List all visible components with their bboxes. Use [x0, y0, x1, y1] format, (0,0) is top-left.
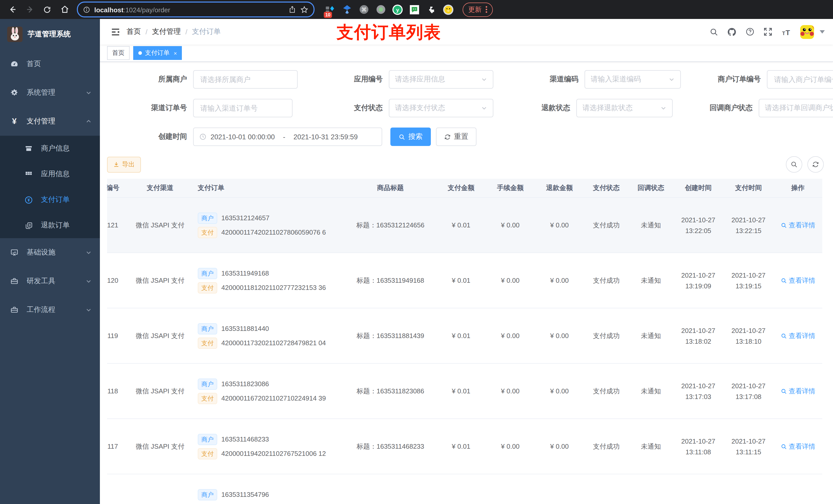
- browser-menu-icon[interactable]: [486, 6, 487, 13]
- site-info-icon[interactable]: [83, 6, 90, 13]
- pay-status: 支付成功: [584, 331, 628, 340]
- browser-reload-icon[interactable]: [40, 2, 54, 17]
- tab-home[interactable]: 首页: [107, 46, 129, 60]
- refund-status-select[interactable]: 请选择退款状态: [576, 99, 673, 117]
- sidebar-item-workflow[interactable]: 工作流程: [0, 295, 100, 324]
- notify-status-select[interactable]: 请选择订单回调商户状态: [759, 99, 833, 117]
- breadcrumb-payment[interactable]: 支付管理: [152, 27, 181, 37]
- sidebar-item-merchant-info[interactable]: 商户信息: [0, 136, 100, 161]
- sidebar-item-infrastructure[interactable]: 基础设施: [0, 238, 100, 267]
- create-time: 2021-10-2713:19:09: [673, 270, 723, 291]
- table-row[interactable]: 商户 1635311354796 支付 查看详情: [107, 474, 822, 504]
- channel-pay-no: 42000011942021102767521006 12: [221, 450, 326, 457]
- toggle-search-button[interactable]: [786, 156, 802, 173]
- create-time: 2021-10-2713:17:03: [673, 380, 723, 402]
- table-row[interactable]: 120 微信 JSAPI 支付 商户 1635311949168 支付 4200…: [107, 253, 822, 308]
- url-path: :1024/pay/order: [123, 6, 170, 14]
- share-icon[interactable]: [288, 6, 296, 13]
- browser-update-button[interactable]: 更新: [462, 2, 493, 17]
- extension-command-icon[interactable]: ⌘: [359, 4, 369, 15]
- extension-kite-icon[interactable]: [342, 4, 352, 15]
- view-detail-link[interactable]: 查看详情: [781, 442, 815, 451]
- pay-amount: ¥ 0.01: [436, 277, 486, 284]
- reset-button[interactable]: 重置: [436, 127, 476, 146]
- pay-tag: 支付: [198, 392, 217, 404]
- view-detail-link[interactable]: 查看详情: [781, 220, 815, 230]
- view-detail-link[interactable]: 查看详情: [781, 386, 815, 396]
- merchant-order-no: 1635311949168: [221, 269, 269, 277]
- chevron-up-icon: [86, 118, 92, 124]
- sidebar-fold-icon[interactable]: [106, 23, 124, 41]
- pay-status: 支付成功: [584, 442, 628, 451]
- search-button[interactable]: 搜索: [390, 127, 431, 146]
- table-row[interactable]: 118 微信 JSAPI 支付 商户 1635311823086 支付 4200…: [107, 364, 822, 419]
- channel-code-select[interactable]: 请输入渠道编码: [585, 70, 681, 89]
- sidebar-item-payment[interactable]: ¥ 支付管理: [0, 107, 100, 136]
- chevron-down-icon: [660, 105, 667, 111]
- view-detail-link[interactable]: 查看详情: [781, 276, 815, 285]
- payment-submenu: 商户信息 应用信息 ¥ 支付订单 退款订单: [0, 136, 100, 238]
- svg-text:T: T: [782, 30, 785, 36]
- extension-pin-icon[interactable]: 10: [325, 4, 335, 15]
- help-icon[interactable]: [745, 27, 755, 37]
- sidebar-item-home[interactable]: 首页: [0, 50, 100, 78]
- extension-y-icon[interactable]: y: [392, 4, 403, 15]
- fullscreen-icon[interactable]: [763, 27, 772, 37]
- refresh-button[interactable]: [807, 156, 824, 173]
- breadcrumb-home[interactable]: 首页: [126, 27, 141, 37]
- goods-title: 标题：1635311881439: [344, 331, 436, 340]
- avatar-caret-icon[interactable]: [820, 30, 825, 33]
- bookmark-star-icon[interactable]: [300, 5, 308, 14]
- url-host: localhost: [94, 6, 123, 14]
- font-size-icon[interactable]: TT: [781, 27, 791, 36]
- sidebar-item-label: 应用信息: [41, 170, 92, 179]
- sidebar-item-label: 商户信息: [41, 144, 92, 153]
- tab-close-icon[interactable]: ×: [174, 50, 177, 56]
- github-icon[interactable]: [727, 27, 737, 37]
- notify-status: 未通知: [628, 220, 673, 230]
- sidebar-item-app-info[interactable]: 应用信息: [0, 161, 100, 187]
- breadcrumb: 首页 / 支付管理 / 支付订单: [126, 27, 221, 37]
- channel-pay-no: 42000011672021102710224914 39: [221, 394, 326, 402]
- extension-chat-icon[interactable]: [409, 4, 420, 15]
- table-row[interactable]: 117 微信 JSAPI 支付 商户 1635311468233 支付 4200…: [107, 419, 822, 474]
- search-icon[interactable]: [710, 27, 718, 36]
- merchant-input[interactable]: [199, 75, 291, 84]
- app-no-select[interactable]: 请选择应用信息: [389, 70, 493, 89]
- merchant-order-no: 1635311881440: [221, 325, 269, 332]
- address-bar[interactable]: localhost:1024/pay/order: [77, 2, 314, 18]
- view-detail-link[interactable]: 查看详情: [781, 331, 815, 340]
- browser-toolbar: localhost:1024/pay/order 10 ⌘ y 更新: [0, 0, 833, 19]
- goods-title: 标题：1635312124656: [344, 220, 436, 230]
- profile-emoji-icon[interactable]: [443, 4, 453, 15]
- sidebar-item-dev-tools[interactable]: 研发工具: [0, 267, 100, 295]
- pay-time: 2021-10-2713:18:10: [723, 325, 774, 346]
- extensions-puzzle-icon[interactable]: [426, 4, 436, 15]
- date-range-picker[interactable]: 2021-10-01 00:00:00 - 2021-10-31 23:59:5…: [193, 127, 382, 146]
- filter-notify-status: 回调商户状态 请选择订单回调商户状态: [687, 99, 833, 117]
- user-avatar[interactable]: [800, 25, 814, 39]
- active-tab-dot: [138, 51, 142, 55]
- extension-record-icon[interactable]: [376, 4, 386, 15]
- filter-merchant-order-no: 商户订单编号: [695, 70, 833, 89]
- table-row[interactable]: 119 微信 JSAPI 支付 商户 1635311881440 支付 4200…: [107, 308, 822, 364]
- channel-pay-no: 420000117420211027806059076 6: [221, 229, 326, 236]
- merchant-order-no-input[interactable]: [773, 75, 833, 84]
- tab-pay-order[interactable]: 支付订单 ×: [133, 46, 182, 60]
- table-row[interactable]: 121 微信 JSAPI 支付 商户 1635312124657 支付 4200…: [107, 198, 822, 253]
- fee-amount: ¥ 0.00: [486, 332, 535, 340]
- pay-status-select[interactable]: 请选择支付状态: [389, 99, 493, 117]
- merchant-tag: 商户: [198, 434, 217, 445]
- sidebar-item-label: 支付管理: [27, 117, 77, 126]
- channel-order-no-input[interactable]: [199, 103, 286, 113]
- refund-amount: ¥ 0.00: [535, 442, 584, 450]
- sidebar-item-refund-order[interactable]: 退款订单: [0, 213, 100, 238]
- browser-home-icon[interactable]: [57, 2, 72, 17]
- browser-forward-icon[interactable]: [23, 2, 37, 17]
- pay-tag: 支付: [198, 226, 217, 238]
- sidebar-item-system[interactable]: 系统管理: [0, 78, 100, 107]
- export-button[interactable]: 导出: [107, 157, 141, 172]
- svg-text:¥: ¥: [28, 198, 30, 202]
- browser-back-icon[interactable]: [5, 2, 20, 17]
- sidebar-item-pay-order[interactable]: ¥ 支付订单: [0, 187, 100, 213]
